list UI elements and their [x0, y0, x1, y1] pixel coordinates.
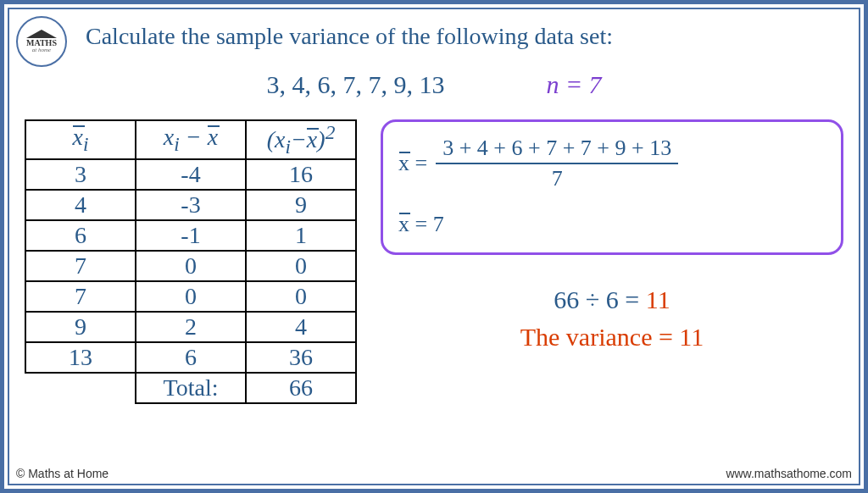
page-title: Calculate the sample variance of the fol…: [86, 23, 843, 50]
n-value: n = 7: [546, 70, 601, 99]
cell-sq: 16: [246, 159, 356, 190]
data-set-row: 3, 4, 6, 7, 7, 9, 13 n = 7: [25, 70, 843, 99]
cell-sq: 9: [246, 190, 356, 220]
cell-xi: 3: [25, 159, 136, 190]
cell-diff: -1: [136, 220, 246, 251]
cell-diff: -3: [136, 190, 246, 220]
cell-diff: 6: [136, 342, 246, 373]
cell-diff: -4: [136, 159, 246, 190]
total-label: Total:: [136, 373, 246, 403]
cell-sq: 1: [246, 220, 356, 251]
cell-diff: 0: [136, 281, 246, 312]
division-result: 11: [646, 285, 670, 313]
cell-xi: 7: [25, 251, 136, 281]
cell-xi: 7: [25, 281, 136, 312]
table-total-row: Total: 66: [25, 373, 356, 403]
table-row: 4 -3 9: [25, 190, 356, 220]
cell-xi: 4: [25, 190, 136, 220]
data-set-values: 3, 4, 6, 7, 7, 9, 13: [266, 70, 444, 99]
empty-cell: [25, 373, 136, 403]
division-calculation: 66 ÷ 6 = 11: [381, 285, 843, 314]
division-left: 66 ÷ 6 =: [554, 285, 645, 313]
table-row: 7 0 0: [25, 281, 356, 312]
cell-sq: 36: [246, 342, 356, 373]
cell-xi: 6: [25, 220, 136, 251]
inner-frame: MATHS at home Calculate the sample varia…: [8, 8, 860, 485]
mean-result: x = 7: [398, 212, 826, 237]
table-header-row: xi xi − x (xi−x)2: [25, 120, 356, 159]
mean-lhs: x =: [398, 151, 427, 176]
col-header-sq: (xi−x)2: [246, 120, 356, 159]
mean-numerator: 3 + 4 + 6 + 7 + 7 + 9 + 13: [436, 136, 678, 164]
cell-sq: 4: [246, 312, 356, 342]
table-row: 13 6 36: [25, 342, 356, 373]
cell-diff: 0: [136, 251, 246, 281]
logo-roof-icon: [26, 30, 57, 38]
variance-result: The variance = 11: [381, 323, 843, 352]
cell-sq: 0: [246, 281, 356, 312]
mean-denominator: 7: [552, 164, 563, 191]
logo: MATHS at home: [16, 16, 67, 67]
outer-frame: MATHS at home Calculate the sample varia…: [0, 0, 868, 493]
footer-copyright: © Maths at Home: [16, 467, 108, 480]
table-row: 3 -4 16: [25, 159, 356, 190]
cell-xi: 9: [25, 312, 136, 342]
footer-url: www.mathsathome.com: [726, 467, 852, 480]
total-value: 66: [246, 373, 356, 403]
mean-fraction-line: x = 3 + 4 + 6 + 7 + 7 + 9 + 13 7: [398, 136, 826, 191]
col-header-xi: xi: [25, 120, 136, 159]
mean-fraction: 3 + 4 + 6 + 7 + 7 + 9 + 13 7: [436, 136, 678, 191]
table-row: 7 0 0: [25, 251, 356, 281]
table-row: 6 -1 1: [25, 220, 356, 251]
cell-sq: 0: [246, 251, 356, 281]
cell-diff: 2: [136, 312, 246, 342]
right-column: x = 3 + 4 + 6 + 7 + 7 + 9 + 13 7 x = 7 6…: [381, 119, 843, 404]
table-row: 9 2 4: [25, 312, 356, 342]
logo-text-bottom: at home: [32, 47, 51, 53]
content-row: xi xi − x (xi−x)2 3 -4 16 4 -3 9: [25, 119, 843, 404]
cell-xi: 13: [25, 342, 136, 373]
col-header-diff: xi − x: [136, 120, 246, 159]
variance-table: xi xi − x (xi−x)2 3 -4 16 4 -3 9: [25, 119, 357, 404]
mean-calculation-box: x = 3 + 4 + 6 + 7 + 7 + 9 + 13 7 x = 7: [381, 119, 843, 255]
